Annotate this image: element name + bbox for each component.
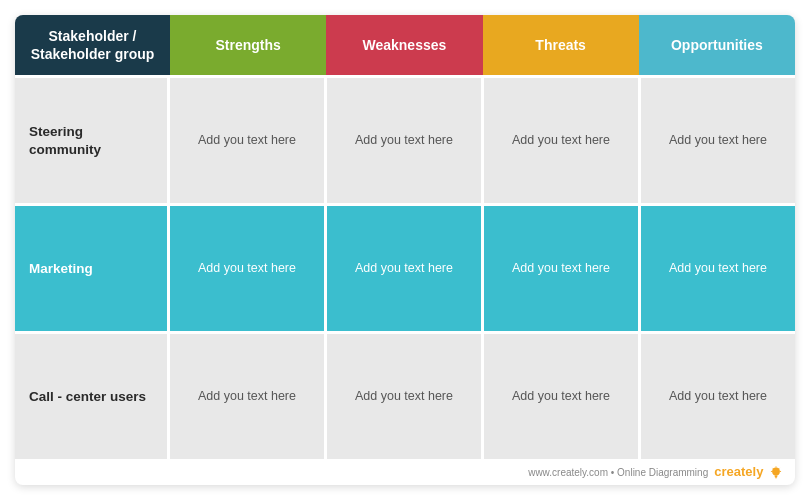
row-label-1: Marketing [15, 206, 170, 331]
footer-brand: creately [714, 464, 783, 480]
cell-r0-c2[interactable]: Add you text here [484, 78, 641, 203]
row-label-2: Call - center users [15, 334, 170, 459]
cell-r0-c3[interactable]: Add you text here [641, 78, 795, 203]
svg-line-6 [779, 468, 780, 469]
svg-line-5 [773, 468, 774, 469]
header-stakeholder: Stakeholder / Stakeholder group [15, 15, 170, 75]
cell-r2-c3[interactable]: Add you text here [641, 334, 795, 459]
cell-r2-c2[interactable]: Add you text here [484, 334, 641, 459]
cell-r2-c1[interactable]: Add you text here [327, 334, 484, 459]
svg-rect-1 [774, 475, 777, 477]
row-label-0: Steering community [15, 78, 170, 203]
header-threats-label: Threats [535, 36, 586, 54]
stakeholder-analysis-card: Stakeholder / Stakeholder group Strength… [15, 15, 795, 485]
header-opportunities-label: Opportunities [671, 36, 763, 54]
header-stakeholder-label: Stakeholder / Stakeholder group [31, 27, 155, 63]
header-strengths: Strengths [170, 15, 326, 75]
header-strengths-label: Strengths [215, 36, 280, 54]
cell-r1-c0[interactable]: Add you text here [170, 206, 327, 331]
cell-r1-c1[interactable]: Add you text here [327, 206, 484, 331]
footer-url: www.creately.com • Online Diagramming [528, 467, 708, 478]
header-opportunities: Opportunities [639, 15, 795, 75]
table-row: Call - center usersAdd you text hereAdd … [15, 331, 795, 459]
table-row: MarketingAdd you text hereAdd you text h… [15, 203, 795, 331]
footer: www.creately.com • Online Diagramming cr… [15, 459, 795, 485]
table-row: Steering communityAdd you text hereAdd y… [15, 75, 795, 203]
cell-r1-c2[interactable]: Add you text here [484, 206, 641, 331]
cell-r1-c3[interactable]: Add you text here [641, 206, 795, 331]
header-weaknesses-label: Weaknesses [362, 36, 446, 54]
header-row: Stakeholder / Stakeholder group Strength… [15, 15, 795, 75]
svg-rect-2 [775, 477, 777, 478]
data-rows: Steering communityAdd you text hereAdd y… [15, 75, 795, 459]
cell-r0-c1[interactable]: Add you text here [327, 78, 484, 203]
bulb-icon [769, 466, 783, 480]
header-weaknesses: Weaknesses [326, 15, 482, 75]
cell-r0-c0[interactable]: Add you text here [170, 78, 327, 203]
header-threats: Threats [483, 15, 639, 75]
table-wrap: Stakeholder / Stakeholder group Strength… [15, 15, 795, 459]
brand-text: creately [714, 464, 763, 479]
cell-r2-c0[interactable]: Add you text here [170, 334, 327, 459]
